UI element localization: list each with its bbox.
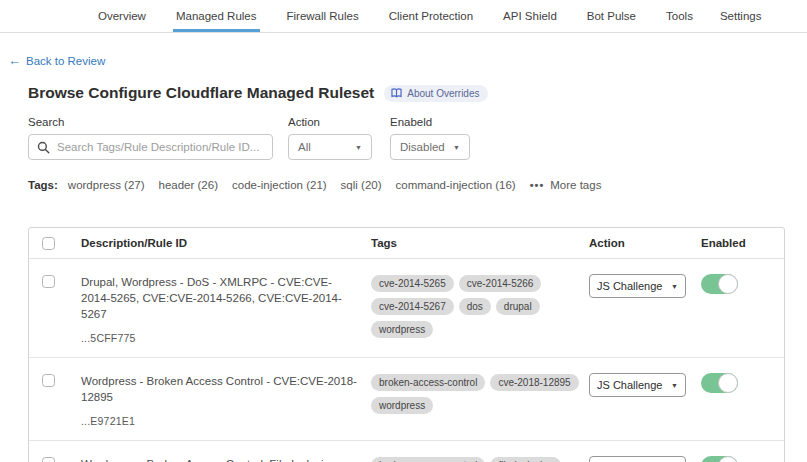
rule-tag-pill: broken-access-control	[371, 374, 485, 391]
rule-tag-pill: cve-2014-5267	[371, 298, 454, 315]
toggle-knob	[718, 456, 738, 462]
chevron-down-icon: ▼	[355, 144, 362, 151]
select-all-checkbox[interactable]	[42, 237, 55, 250]
search-label: Search	[28, 116, 273, 128]
col-header-description: Description/Rule ID	[81, 237, 371, 249]
row-checkbox[interactable]	[42, 457, 55, 462]
table-row: Wordpress - Broken Access Control - CVE:…	[29, 358, 784, 441]
rule-tags: broken-access-controlfile-inclusionwordp…	[371, 456, 579, 462]
tag-filter-link[interactable]: command-injection (16)	[396, 179, 516, 191]
table-header-row: Description/Rule ID Tags Action Enabled	[29, 228, 784, 259]
rules-table-body: Drupal, Wordpress - DoS - XMLRPC - CVE:C…	[29, 259, 784, 462]
enabled-filter-value: Disabled	[400, 141, 445, 153]
tag-filter-link[interactable]: header (26)	[159, 179, 218, 191]
nav-tab-bot-pulse[interactable]: Bot Pulse	[584, 0, 639, 32]
action-select-value: JS Challenge	[597, 379, 662, 391]
rule-description: Wordpress - Broken Access Control, File …	[81, 456, 357, 462]
top-nav: OverviewManaged RulesFirewall RulesClien…	[0, 0, 807, 33]
action-select-value: JS Challenge	[597, 280, 662, 292]
rule-tag-pill: wordpress	[371, 321, 433, 338]
action-select[interactable]: JS Challenge ▼	[589, 274, 686, 298]
toggle-knob	[718, 274, 738, 294]
search-icon	[37, 140, 50, 158]
enabled-toggle[interactable]	[701, 373, 738, 393]
nav-tab-settings[interactable]: Settings	[720, 0, 762, 32]
rule-tag-pill: drupal	[496, 298, 540, 315]
chevron-down-icon: ▼	[671, 382, 678, 389]
row-checkbox[interactable]	[42, 275, 55, 288]
filters-bar: Search Action All ▼ Enabeld Disabled ▼	[28, 116, 807, 160]
rule-description: Drupal, Wordpress - DoS - XMLRPC - CVE:C…	[81, 274, 357, 322]
nav-tab-overview[interactable]: Overview	[95, 0, 149, 32]
more-dots-icon: •••	[530, 179, 545, 191]
nav-tabs: OverviewManaged RulesFirewall RulesClien…	[95, 0, 720, 32]
more-tags-link[interactable]: ••• More tags	[530, 179, 602, 191]
tags-bar: Tags: wordpress (27)header (26)code-inje…	[28, 179, 807, 191]
nav-tab-firewall-rules[interactable]: Firewall Rules	[284, 0, 362, 32]
col-header-action: Action	[589, 237, 701, 249]
rule-tag-pill: cve-2018-12895	[490, 374, 578, 391]
tag-filter-link[interactable]: code-injection (21)	[232, 179, 327, 191]
rule-id: ...5CFF775	[81, 332, 357, 344]
rule-tag-pill: cve-2014-5266	[459, 275, 542, 292]
rule-tag-pill: file-inclusion	[490, 457, 561, 462]
about-overrides-badge[interactable]: About Overrides	[384, 85, 488, 102]
about-badge-label: About Overrides	[407, 88, 479, 99]
col-header-enabled: Enabled	[701, 237, 786, 249]
action-select[interactable]: JS Challenge ▼	[589, 456, 686, 462]
toggle-knob	[718, 373, 738, 393]
book-icon	[391, 88, 402, 98]
nav-tab-api-shield[interactable]: API Shield	[500, 0, 560, 32]
search-input[interactable]	[28, 134, 273, 160]
rule-description: Wordpress - Broken Access Control - CVE:…	[81, 373, 357, 405]
enabled-filter-select[interactable]: Disabled ▼	[390, 134, 470, 160]
nav-tab-client-protection[interactable]: Client Protection	[386, 0, 476, 32]
action-select[interactable]: JS Challenge ▼	[589, 373, 686, 397]
tag-filter-link[interactable]: sqli (20)	[341, 179, 382, 191]
action-filter-value: All	[298, 141, 311, 153]
more-tags-label: More tags	[550, 179, 601, 191]
rule-tag-pill: cve-2014-5265	[371, 275, 454, 292]
enabled-toggle[interactable]	[701, 274, 738, 294]
rule-id: ...E9721E1	[81, 415, 357, 427]
enabled-filter-label: Enabeld	[390, 116, 470, 128]
table-row: Drupal, Wordpress - DoS - XMLRPC - CVE:C…	[29, 259, 784, 358]
enabled-toggle[interactable]	[701, 456, 738, 462]
page-title: Browse Configure Cloudflare Managed Rule…	[28, 84, 374, 102]
left-arrow-icon: ←	[8, 54, 21, 67]
tag-filter-link[interactable]: wordpress (27)	[68, 179, 145, 191]
rules-table: Description/Rule ID Tags Action Enabled …	[28, 227, 785, 462]
nav-tab-managed-rules[interactable]: Managed Rules	[173, 0, 260, 32]
rule-tags: broken-access-controlcve-2018-12895wordp…	[371, 373, 579, 414]
tags-bar-label: Tags:	[28, 179, 58, 191]
chevron-down-icon: ▼	[453, 144, 460, 151]
action-filter-label: Action	[288, 116, 372, 128]
back-to-review-link[interactable]: ← Back to Review	[8, 54, 105, 67]
back-link-label: Back to Review	[26, 55, 105, 67]
rule-tags: cve-2014-5265cve-2014-5266cve-2014-5267d…	[371, 274, 579, 338]
table-row: Wordpress - Broken Access Control, File …	[29, 441, 784, 462]
action-filter-select[interactable]: All ▼	[288, 134, 372, 160]
rule-tag-pill: broken-access-control	[371, 457, 485, 462]
rule-tag-pill: dos	[459, 298, 491, 315]
row-checkbox[interactable]	[42, 374, 55, 387]
chevron-down-icon: ▼	[671, 283, 678, 290]
col-header-tags: Tags	[371, 237, 589, 249]
rule-tag-pill: wordpress	[371, 397, 433, 414]
nav-tab-tools[interactable]: Tools	[663, 0, 696, 32]
